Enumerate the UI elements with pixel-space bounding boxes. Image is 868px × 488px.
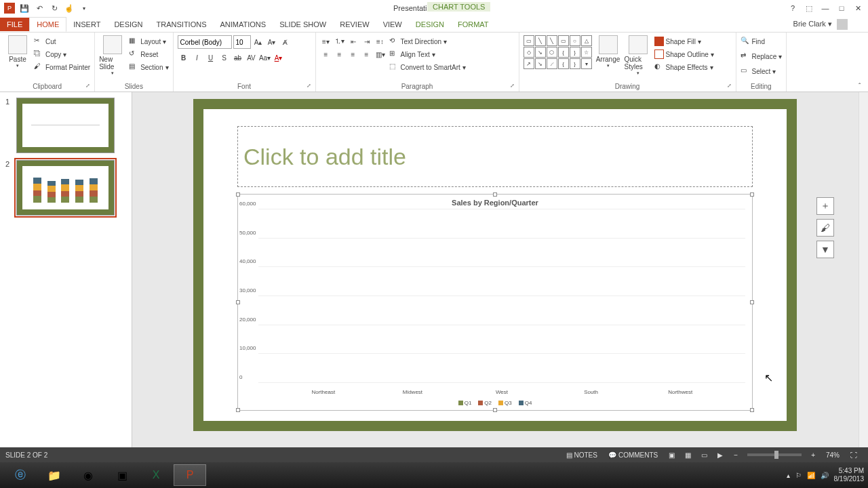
underline-button[interactable]: U bbox=[205, 52, 217, 64]
minimize-icon[interactable]: — bbox=[821, 4, 830, 13]
smartart-button[interactable]: ⬚Convert to SmartArt ▾ bbox=[389, 61, 466, 73]
italic-button[interactable]: I bbox=[191, 52, 203, 64]
shape-effects-button[interactable]: ◐Shape Effects ▾ bbox=[654, 61, 714, 73]
zoom-level[interactable]: 74% bbox=[821, 451, 845, 459]
shapes-gallery[interactable]: ▭╲╲▭○△ ◇↘⬡{}☆ ↗↘⟋{}▾ bbox=[524, 35, 592, 69]
font-size-input[interactable] bbox=[233, 35, 251, 49]
qat-more-icon[interactable]: ▾ bbox=[79, 3, 90, 14]
tab-animations[interactable]: ANIMATIONS bbox=[214, 18, 273, 31]
tab-design[interactable]: DESIGN bbox=[107, 18, 149, 31]
redo-icon[interactable]: ↻ bbox=[49, 3, 60, 14]
tab-file[interactable]: FILE bbox=[0, 18, 29, 31]
slide-thumbnail-2[interactable]: 2 bbox=[5, 160, 126, 216]
ribbon-options-icon[interactable]: ⬚ bbox=[804, 4, 814, 13]
zoom-slider[interactable] bbox=[747, 453, 802, 456]
user-account[interactable]: Brie Clark ▾ bbox=[793, 19, 868, 30]
reset-button[interactable]: ↺Reset bbox=[129, 48, 168, 60]
format-painter-button[interactable]: 🖌Format Painter bbox=[34, 61, 90, 73]
slide-counter[interactable]: SLIDE 2 OF 2 bbox=[5, 451, 47, 459]
tab-slideshow[interactable]: SLIDE SHOW bbox=[273, 18, 333, 31]
explorer-icon[interactable]: 📁 bbox=[38, 464, 71, 486]
tab-transitions[interactable]: TRANSITIONS bbox=[150, 18, 214, 31]
dialog-launcher-icon[interactable]: ⤢ bbox=[85, 83, 90, 89]
case-button[interactable]: Aa▾ bbox=[259, 52, 271, 64]
slide-canvas[interactable]: Click to add title Sales by Region/Quart… bbox=[193, 99, 797, 431]
bold-button[interactable]: B bbox=[178, 52, 190, 64]
sorter-view-button[interactable]: ▦ bbox=[679, 449, 696, 461]
chart-elements-button[interactable]: ＋ bbox=[816, 197, 834, 215]
tab-insert[interactable]: INSERT bbox=[66, 18, 107, 31]
align-text-button[interactable]: ⊞Align Text ▾ bbox=[389, 48, 466, 60]
strike-button[interactable]: ab bbox=[232, 52, 244, 64]
justify-button[interactable]: ≡ bbox=[361, 48, 373, 60]
text-direction-button[interactable]: ⟲Text Direction ▾ bbox=[389, 35, 466, 47]
excel-icon[interactable]: X bbox=[140, 464, 172, 486]
ie-icon[interactable]: ⓔ bbox=[4, 464, 37, 486]
numbering-button[interactable]: ⒈▾ bbox=[334, 35, 346, 47]
font-name-input[interactable] bbox=[178, 35, 232, 49]
shrink-font-button[interactable]: A▾ bbox=[266, 36, 278, 48]
dialog-launcher-icon[interactable]: ⤢ bbox=[510, 83, 515, 89]
arrange-button[interactable]: Arrange▾ bbox=[595, 35, 622, 68]
shadow-button[interactable]: S bbox=[218, 52, 231, 64]
section-button[interactable]: ▤Section ▾ bbox=[129, 61, 168, 73]
replace-button[interactable]: ⇄Replace ▾ bbox=[741, 50, 783, 62]
find-button[interactable]: 🔍Find bbox=[741, 35, 765, 47]
comments-button[interactable]: 💬 COMMENTS bbox=[603, 451, 663, 459]
decrease-indent-button[interactable]: ⇤ bbox=[347, 35, 359, 47]
undo-icon[interactable]: ↶ bbox=[34, 3, 45, 14]
chrome-icon[interactable]: ◉ bbox=[72, 464, 104, 486]
dialog-launcher-icon[interactable]: ⤢ bbox=[307, 83, 311, 89]
paste-button[interactable]: Paste▾ bbox=[4, 35, 31, 68]
shape-outline-button[interactable]: Shape Outline ▾ bbox=[654, 48, 714, 60]
powerpoint-icon[interactable]: P bbox=[174, 464, 206, 486]
normal-view-button[interactable]: ▣ bbox=[663, 449, 679, 461]
tab-home[interactable]: HOME bbox=[29, 17, 66, 32]
tray-up-icon[interactable]: ▴ bbox=[787, 472, 790, 479]
close-icon[interactable]: ✕ bbox=[853, 4, 863, 13]
title-placeholder[interactable]: Click to add title bbox=[237, 126, 753, 187]
columns-button[interactable]: ▥▾ bbox=[374, 48, 387, 60]
tab-chart-format[interactable]: FORMAT bbox=[451, 18, 496, 31]
align-center-button[interactable]: ≡ bbox=[334, 48, 346, 60]
align-left-button[interactable]: ≡ bbox=[320, 48, 332, 60]
tab-chart-design[interactable]: DESIGN bbox=[409, 18, 451, 31]
cut-button[interactable]: ✂Cut bbox=[34, 35, 90, 47]
bullets-button[interactable]: ≡▾ bbox=[320, 35, 332, 47]
layout-button[interactable]: ▦Layout ▾ bbox=[129, 35, 168, 47]
spacing-button[interactable]: AV bbox=[245, 52, 258, 64]
increase-indent-button[interactable]: ⇥ bbox=[361, 35, 373, 47]
clear-format-button[interactable]: A̸ bbox=[279, 36, 292, 48]
tab-view[interactable]: VIEW bbox=[376, 18, 409, 31]
zoom-out-button[interactable]: − bbox=[728, 451, 743, 459]
chart-filters-button[interactable]: ▼ bbox=[816, 241, 834, 258]
slide-editor[interactable]: Click to add title Sales by Region/Quart… bbox=[132, 92, 868, 447]
action-center-icon[interactable]: ⚐ bbox=[795, 472, 802, 479]
save-icon[interactable]: 💾 bbox=[19, 3, 30, 14]
dialog-launcher-icon[interactable]: ⤢ bbox=[727, 83, 732, 89]
select-button[interactable]: ▭Select ▾ bbox=[741, 65, 776, 77]
copy-button[interactable]: ⿻Copy ▾ bbox=[34, 48, 90, 60]
help-icon[interactable]: ? bbox=[788, 4, 797, 13]
new-slide-button[interactable]: New Slide▾ bbox=[99, 35, 126, 76]
fit-window-button[interactable]: ⛶ bbox=[845, 451, 863, 459]
reading-view-button[interactable]: ▭ bbox=[696, 449, 712, 461]
vertical-scrollbar[interactable] bbox=[859, 92, 868, 447]
system-tray[interactable]: ▴ ⚐ 📶 🔊 5:43 PM8/19/2013 bbox=[787, 467, 865, 483]
touch-mode-icon[interactable]: ☝ bbox=[64, 3, 75, 14]
line-spacing-button[interactable]: ≡↕ bbox=[374, 35, 387, 47]
collapse-ribbon-icon[interactable]: ˆ bbox=[857, 81, 862, 92]
slide-thumbnail-1[interactable]: 1 bbox=[5, 98, 126, 153]
grow-font-button[interactable]: A▴ bbox=[252, 36, 264, 48]
volume-icon[interactable]: 🔊 bbox=[821, 472, 829, 479]
network-icon[interactable]: 📶 bbox=[807, 472, 815, 479]
shape-fill-button[interactable]: Shape Fill ▾ bbox=[654, 35, 714, 47]
align-right-button[interactable]: ≡ bbox=[347, 48, 359, 60]
chart-legend[interactable]: Q1Q2Q3Q4 bbox=[238, 400, 752, 406]
tab-review[interactable]: REVIEW bbox=[333, 18, 376, 31]
chart-plot-area[interactable]: 010,00020,00030,00040,00050,00060,000 bbox=[258, 209, 745, 383]
slideshow-view-button[interactable]: ▶ bbox=[712, 449, 728, 461]
quick-styles-button[interactable]: Quick Styles▾ bbox=[625, 35, 652, 76]
maximize-icon[interactable]: □ bbox=[837, 4, 846, 13]
clock[interactable]: 5:43 PM8/19/2013 bbox=[834, 467, 865, 483]
